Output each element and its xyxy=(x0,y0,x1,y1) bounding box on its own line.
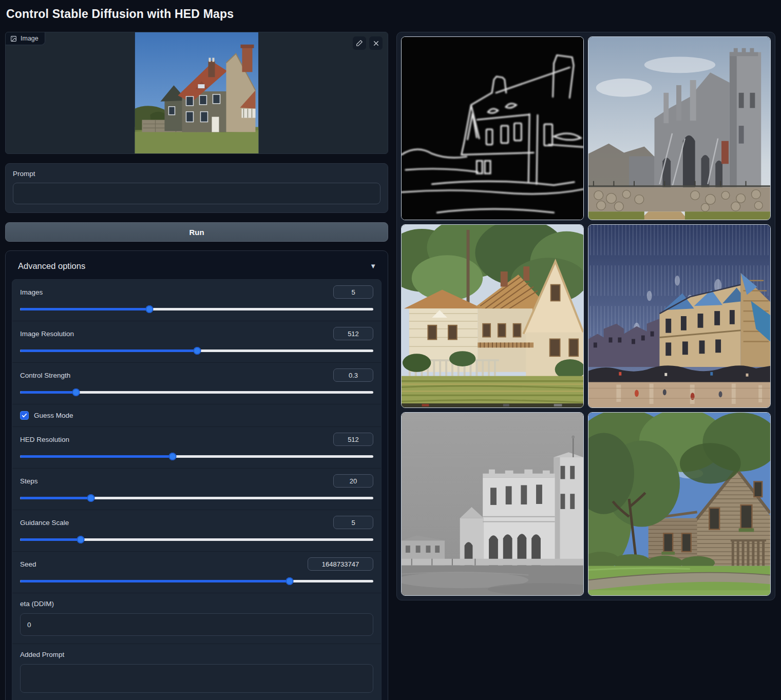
steps-label: Steps xyxy=(20,477,38,485)
hed-resolution-slider[interactable] xyxy=(20,453,373,460)
hed-resolution-value-input[interactable]: 512 xyxy=(333,433,373,446)
slider-handle[interactable] xyxy=(77,536,84,543)
image-icon xyxy=(10,35,17,42)
slider-fill xyxy=(20,497,91,499)
slider-fill xyxy=(20,538,81,541)
uploaded-house-image[interactable] xyxy=(135,32,259,153)
slider-fill xyxy=(20,580,290,582)
advanced-options-form: Images 5 Image Resolution 512 xyxy=(12,279,382,700)
seed-value-input[interactable]: 1648733747 xyxy=(308,557,373,571)
control-strength-slider-row: Control Strength 0.3 xyxy=(12,363,381,404)
pencil-icon xyxy=(356,40,363,47)
check-icon xyxy=(22,413,27,418)
steps-value-input[interactable]: 20 xyxy=(333,474,373,488)
controls-column: Image xyxy=(5,32,388,700)
seed-slider-row: Seed 1648733747 xyxy=(12,552,381,593)
guidance-scale-slider-row: Guidance Scale 5 xyxy=(12,510,381,552)
slider-handle[interactable] xyxy=(72,388,80,396)
slider-fill xyxy=(20,308,149,310)
steps-slider[interactable] xyxy=(20,494,373,502)
images-label: Images xyxy=(20,288,43,296)
seed-label: Seed xyxy=(20,560,36,568)
run-button[interactable]: Run xyxy=(5,222,388,242)
gallery-item-impressionist[interactable] xyxy=(588,224,771,408)
slider-handle[interactable] xyxy=(87,494,94,502)
image-resolution-label: Image Resolution xyxy=(20,330,74,338)
image-resolution-slider[interactable] xyxy=(20,347,373,355)
prompt-block: Prompt xyxy=(5,163,388,213)
output-gallery xyxy=(396,32,775,600)
control-strength-slider[interactable] xyxy=(20,388,373,396)
slider-handle[interactable] xyxy=(194,347,201,355)
gallery-item-hed-edge-map[interactable] xyxy=(401,36,584,220)
eta-row: eta (DDIM) 0 xyxy=(12,593,381,644)
gallery-item-bw-building[interactable] xyxy=(401,412,584,596)
added-prompt-input[interactable] xyxy=(20,664,373,693)
image-resolution-slider-row: Image Resolution 512 xyxy=(12,321,381,363)
chevron-down-icon: ▼ xyxy=(370,262,376,270)
guidance-scale-value-input[interactable]: 5 xyxy=(333,516,373,529)
hed-resolution-label: HED Resolution xyxy=(20,436,69,443)
advanced-options-accordion: Advanced options ▼ Images 5 Image Resolu… xyxy=(5,250,388,700)
gallery-item-wooden-house[interactable] xyxy=(588,412,771,596)
slider-handle[interactable] xyxy=(285,577,293,585)
hed-resolution-slider-row: HED Resolution 512 xyxy=(12,427,381,469)
images-value-input[interactable]: 5 xyxy=(333,285,373,299)
eta-input[interactable]: 0 xyxy=(20,613,373,636)
edit-image-button[interactable] xyxy=(353,36,366,50)
close-icon xyxy=(373,40,379,47)
steps-slider-row: Steps 20 xyxy=(12,469,381,510)
image-component-badge: Image xyxy=(6,32,45,45)
slider-handle[interactable] xyxy=(146,305,154,313)
image-component-label: Image xyxy=(21,35,39,42)
guidance-scale-slider[interactable] xyxy=(20,536,373,543)
slider-handle[interactable] xyxy=(169,453,177,460)
guess-mode-label: Guess Mode xyxy=(34,412,73,419)
gallery-item-gothic-cathedral[interactable] xyxy=(588,36,771,220)
slider-fill xyxy=(20,455,173,458)
clear-image-button[interactable] xyxy=(369,36,383,50)
image-resolution-value-input[interactable]: 512 xyxy=(333,327,373,340)
slider-fill xyxy=(20,391,76,394)
advanced-options-header[interactable]: Advanced options ▼ xyxy=(12,256,382,279)
control-strength-label: Control Strength xyxy=(20,372,70,379)
page-title: Control Stable Diffusion with HED Maps xyxy=(6,7,234,21)
guess-mode-row: Guess Mode xyxy=(12,404,381,427)
gallery-item-victorian-house[interactable] xyxy=(401,224,584,408)
prompt-input[interactable] xyxy=(13,183,380,204)
added-prompt-row: Added Prompt xyxy=(12,644,381,700)
input-image-component: Image xyxy=(5,32,388,154)
images-slider-row: Images 5 xyxy=(12,280,381,321)
guidance-scale-label: Guidance Scale xyxy=(20,519,69,527)
slider-fill xyxy=(20,349,197,352)
prompt-label: Prompt xyxy=(13,170,380,178)
seed-slider[interactable] xyxy=(20,577,373,585)
eta-label: eta (DDIM) xyxy=(20,600,54,608)
added-prompt-label: Added Prompt xyxy=(20,651,64,658)
guess-mode-checkbox[interactable] xyxy=(20,411,29,420)
control-strength-value-input[interactable]: 0.3 xyxy=(333,368,373,382)
advanced-options-title: Advanced options xyxy=(18,261,85,271)
images-slider[interactable] xyxy=(20,305,373,313)
